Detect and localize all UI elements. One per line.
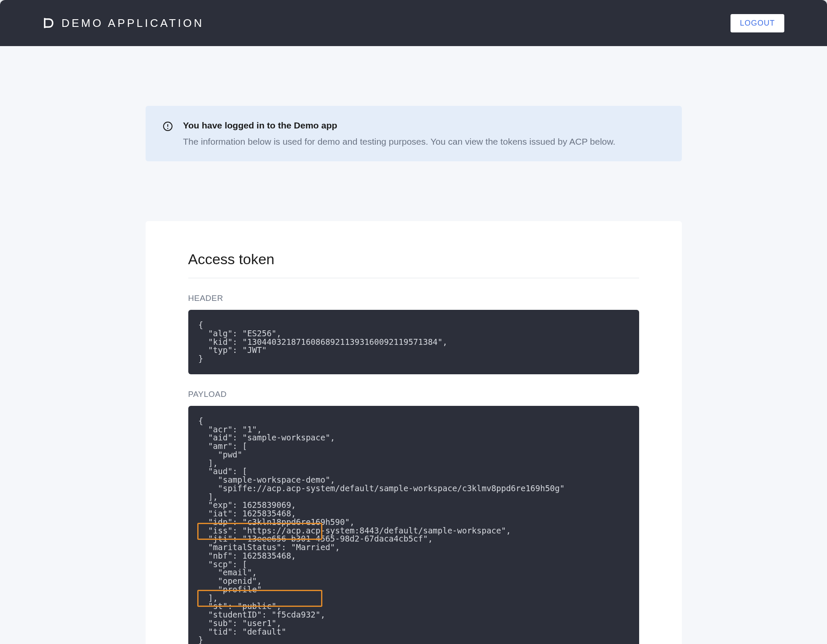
access-token-heading: Access token — [188, 251, 639, 278]
brand-logo-icon — [43, 17, 55, 29]
info-alert-icon — [163, 121, 173, 133]
header-section-label: HEADER — [188, 294, 639, 303]
payload-section-label: PAYLOAD — [188, 390, 639, 399]
app-header: DEMO APPLICATION LOGOUT — [0, 0, 827, 46]
app-window: DEMO APPLICATION LOGOUT You have logged … — [0, 0, 827, 644]
brand-area: DEMO APPLICATION — [43, 17, 204, 30]
info-banner: You have logged in to the Demo app The i… — [146, 106, 682, 161]
main-content: You have logged in to the Demo app The i… — [0, 46, 827, 644]
logout-button[interactable]: LOGOUT — [731, 14, 784, 32]
payload-code-block: { "acr": "1", "aid": "sample-workspace",… — [188, 406, 639, 644]
info-text-block: You have logged in to the Demo app The i… — [183, 120, 665, 147]
access-token-card: Access token HEADER { "alg": "ES256", "k… — [146, 221, 682, 644]
app-title: DEMO APPLICATION — [61, 17, 204, 30]
info-banner-description: The information below is used for demo a… — [183, 137, 665, 147]
svg-point-2 — [167, 128, 168, 129]
info-banner-title: You have logged in to the Demo app — [183, 120, 665, 131]
header-code-block: { "alg": "ES256", "kid": "13044032187160… — [188, 310, 639, 374]
